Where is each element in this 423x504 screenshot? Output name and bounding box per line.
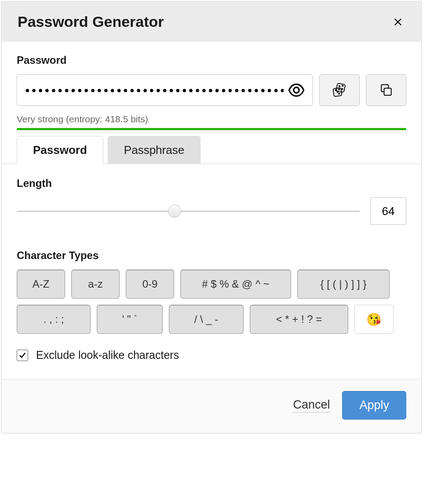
- svg-point-8: [342, 85, 343, 87]
- password-masked-value: ●●●●●●●●●●●●●●●●●●●●●●●●●●●●●●●●●●●●●●●●…: [25, 86, 284, 95]
- svg-point-5: [337, 91, 338, 93]
- length-label: Length: [17, 177, 406, 190]
- svg-point-0: [294, 88, 299, 93]
- apply-button[interactable]: Apply: [342, 391, 406, 420]
- slider-thumb[interactable]: [168, 205, 181, 218]
- char-type-upper[interactable]: A-Z: [17, 270, 65, 299]
- exclude-lookalike-row: Exclude look-alike characters: [17, 349, 406, 362]
- tab-content-password: Length Character Types A-Z a-z 0-9 # $ %…: [17, 164, 406, 362]
- tab-password[interactable]: Password: [17, 136, 103, 164]
- svg-point-4: [339, 93, 340, 95]
- close-button[interactable]: [390, 15, 405, 29]
- password-generator-dialog: Password Generator Password ●●●●●●●●●●●●…: [1, 1, 422, 434]
- svg-point-3: [335, 90, 337, 91]
- strength-area: Very strong (entropy: 418.5 bits): [17, 114, 406, 130]
- tabs: Password Passphrase: [2, 135, 421, 164]
- dialog-header: Password Generator: [2, 2, 421, 42]
- exclude-lookalike-checkbox[interactable]: [17, 350, 28, 361]
- dialog-body: Password ●●●●●●●●●●●●●●●●●●●●●●●●●●●●●●●…: [2, 42, 421, 362]
- slider-track: [17, 211, 360, 212]
- length-row: [17, 197, 406, 225]
- char-type-slashes[interactable]: / \ _ -: [169, 305, 244, 334]
- close-icon: [393, 17, 403, 27]
- char-type-brackets[interactable]: { [ ( | ) ] ] }: [297, 270, 390, 299]
- length-input[interactable]: [370, 197, 406, 225]
- exclude-lookalike-label: Exclude look-alike characters: [36, 349, 179, 362]
- char-types-row: A-Z a-z 0-9 # $ % & @ ^ ~ { [ ( | ) ] ] …: [17, 270, 406, 334]
- char-types-label: Character Types: [17, 249, 406, 262]
- tab-passphrase[interactable]: Passphrase: [108, 136, 201, 164]
- char-type-lower[interactable]: a-z: [71, 270, 120, 299]
- char-type-digits[interactable]: 0-9: [126, 270, 174, 299]
- char-type-emoji[interactable]: 😘: [354, 305, 394, 334]
- length-slider[interactable]: [17, 198, 360, 224]
- dialog-title: Password Generator: [18, 13, 164, 30]
- password-row: ●●●●●●●●●●●●●●●●●●●●●●●●●●●●●●●●●●●●●●●●…: [17, 74, 406, 106]
- dialog-footer: Cancel Apply: [2, 379, 421, 433]
- copy-icon: [378, 82, 394, 98]
- char-type-special[interactable]: # $ % & @ ^ ~: [180, 270, 291, 299]
- svg-point-7: [342, 88, 343, 90]
- char-type-quotes[interactable]: ' " `: [97, 305, 163, 334]
- dice-icon: [332, 82, 347, 98]
- password-field[interactable]: ●●●●●●●●●●●●●●●●●●●●●●●●●●●●●●●●●●●●●●●●…: [17, 74, 313, 106]
- svg-point-6: [339, 86, 340, 87]
- char-type-math[interactable]: < * + ! ? =: [250, 305, 348, 334]
- regenerate-button[interactable]: [319, 74, 360, 106]
- svg-point-9: [339, 89, 340, 90]
- check-icon: [18, 351, 26, 359]
- cancel-button[interactable]: Cancel: [293, 398, 330, 413]
- char-type-punct[interactable]: . , : ;: [17, 305, 91, 334]
- eye-icon: [288, 82, 305, 99]
- password-label: Password: [17, 54, 406, 66]
- copy-button[interactable]: [366, 74, 406, 106]
- strength-text: Very strong (entropy: 418.5 bits): [17, 114, 406, 124]
- strength-bar: [17, 128, 406, 130]
- reveal-password-button[interactable]: [288, 82, 305, 99]
- svg-rect-11: [384, 88, 391, 95]
